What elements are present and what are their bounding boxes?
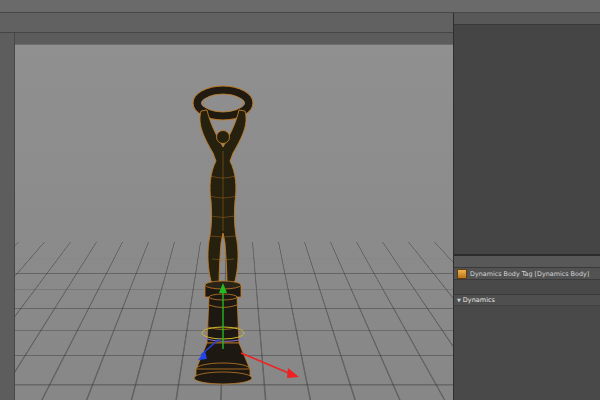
attribute-title-bar: Dynamics Body Tag [Dynamics Body] (454, 268, 600, 280)
attribute-title: Dynamics Body Tag [Dynamics Body] (470, 270, 589, 278)
section-label: Dynamics (463, 296, 495, 304)
attribute-manager: Dynamics Body Tag [Dynamics Body] ▼ Dyna… (454, 256, 600, 400)
viewport-3d[interactable] (15, 33, 453, 400)
left-column (0, 13, 453, 400)
section-header-dynamics[interactable]: ▼ Dynamics (454, 295, 600, 306)
workspace (0, 33, 453, 400)
collapse-triangle-icon: ▼ (457, 297, 461, 303)
statue-model[interactable] (135, 81, 315, 400)
mode-toolbar (0, 33, 15, 400)
main-toolbar (0, 13, 453, 33)
object-manager-menubar (454, 13, 600, 25)
attribute-rows (454, 306, 600, 400)
object-manager (454, 13, 600, 256)
main-menubar (0, 0, 600, 13)
attribute-tabs (454, 280, 600, 295)
attribute-manager-menubar (454, 256, 600, 268)
viewport-menubar (15, 33, 453, 45)
object-tree (454, 25, 600, 254)
right-panel: Dynamics Body Tag [Dynamics Body] ▼ Dyna… (453, 13, 600, 400)
application-window: Dynamics Body Tag [Dynamics Body] ▼ Dyna… (0, 0, 600, 400)
main-area: Dynamics Body Tag [Dynamics Body] ▼ Dyna… (0, 13, 600, 400)
dynamics-body-tag-icon (457, 269, 467, 279)
